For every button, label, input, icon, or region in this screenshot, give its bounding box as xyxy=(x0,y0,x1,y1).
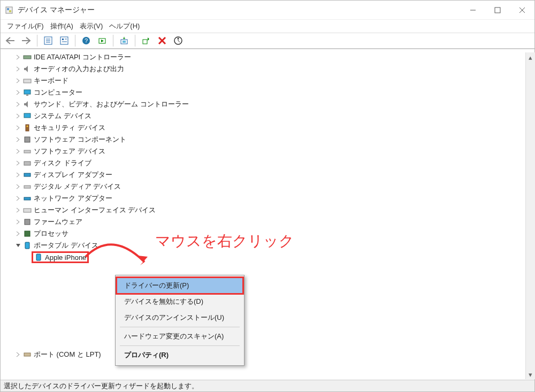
ctx-uninstall-device[interactable]: デバイスのアンインストール(U) xyxy=(117,310,243,326)
maximize-button[interactable] xyxy=(485,2,510,19)
properties-button[interactable] xyxy=(58,34,71,47)
svg-rect-2 xyxy=(9,10,11,12)
node-label: サウンド、ビデオ、およびゲーム コントローラー xyxy=(34,99,189,109)
tree-node-hid[interactable]: ヒューマン インターフェイス デバイス xyxy=(2,204,533,216)
tree-node-ports[interactable]: ポート (COM と LPT) xyxy=(2,349,533,360)
tree-node-computer[interactable]: コンピューター xyxy=(2,87,533,98)
svg-rect-11 xyxy=(60,37,68,44)
ctx-disable-device[interactable]: デバイスを無効にする(D) xyxy=(117,294,243,310)
forward-button[interactable] xyxy=(20,34,33,47)
device-tree-pane[interactable]: IDE ATA/ATAPI コントローラー オーディオの入力および出力 キーボー… xyxy=(1,49,534,380)
context-menu: ドライバーの更新(P) デバイスを無効にする(D) デバイスのアンインストール(… xyxy=(115,275,244,366)
expand-icon[interactable] xyxy=(13,231,23,236)
update-driver-button[interactable] xyxy=(118,34,131,47)
svg-rect-30 xyxy=(26,95,28,96)
expand-icon[interactable] xyxy=(13,113,23,119)
svg-rect-12 xyxy=(62,39,64,40)
svg-marker-27 xyxy=(24,66,28,72)
expand-icon[interactable] xyxy=(13,149,23,154)
svg-marker-25 xyxy=(177,37,179,39)
expand-icon[interactable] xyxy=(13,66,23,72)
menu-help[interactable]: ヘルプ(H) xyxy=(109,21,140,31)
tree-node-portable[interactable]: ポータブル デバイス xyxy=(2,240,533,251)
node-label: IDE ATA/ATAPI コントローラー xyxy=(34,52,131,62)
scan-hardware-button[interactable] xyxy=(172,34,185,47)
svg-rect-40 xyxy=(24,197,30,200)
svg-rect-45 xyxy=(36,254,41,260)
expand-icon[interactable] xyxy=(13,125,23,130)
ctx-divider xyxy=(120,327,240,327)
tree-node-ide[interactable]: IDE ATA/ATAPI コントローラー xyxy=(2,51,533,63)
device-tree: IDE ATA/ATAPI コントローラー オーディオの入力および出力 キーボー… xyxy=(1,49,534,363)
expand-icon[interactable] xyxy=(13,172,23,178)
menu-file[interactable]: ファイル(F) xyxy=(7,21,44,31)
expand-icon[interactable] xyxy=(13,78,23,83)
node-label: セキュリティ デバイス xyxy=(34,123,105,133)
tree-node-apple-iphone[interactable]: Apple iPhone xyxy=(2,251,533,263)
tree-node-disk[interactable]: ディスク ドライブ xyxy=(2,157,533,169)
scroll-down-icon[interactable]: ▾ xyxy=(526,370,535,379)
ctx-scan-hardware[interactable]: ハードウェア変更のスキャン(A) xyxy=(117,328,243,344)
tree-node-swdev[interactable]: ソフトウェア デバイス xyxy=(2,145,533,157)
window-controls xyxy=(461,2,534,19)
tree-node-audio[interactable]: オーディオの入力および出力 xyxy=(2,63,533,75)
ctx-properties[interactable]: プロパティ(R) xyxy=(117,347,243,363)
vertical-scrollbar[interactable]: ▴ ▾ xyxy=(525,52,535,379)
collapse-icon[interactable] xyxy=(13,243,23,248)
keyboard-icon xyxy=(23,76,32,85)
menu-view[interactable]: 表示(V) xyxy=(80,21,103,31)
tree-node-sound[interactable]: サウンド、ビデオ、およびゲーム コントローラー xyxy=(2,98,533,110)
svg-rect-41 xyxy=(24,209,31,212)
ctx-label: ハードウェア変更のスキャン(A) xyxy=(124,332,224,341)
gpu-icon xyxy=(23,171,32,179)
node-label: システム デバイス xyxy=(34,111,91,121)
menubar: ファイル(F) 操作(A) 表示(V) ヘルプ(H) xyxy=(1,20,534,33)
ctx-update-driver[interactable]: ドライバーの更新(P) xyxy=(117,278,243,294)
back-button[interactable] xyxy=(4,34,17,47)
scan-button[interactable] xyxy=(96,34,109,47)
scroll-up-icon[interactable]: ▴ xyxy=(526,52,535,62)
window-title: デバイス マネージャー xyxy=(18,5,461,15)
enable-device-button[interactable] xyxy=(140,34,152,47)
uninstall-device-button[interactable] xyxy=(156,34,169,47)
node-label: キーボード xyxy=(34,76,68,86)
svg-rect-1 xyxy=(7,8,9,10)
expand-icon[interactable] xyxy=(13,196,23,201)
svg-rect-26 xyxy=(24,56,31,59)
svg-text:?: ? xyxy=(85,37,88,44)
phone-icon xyxy=(34,253,43,262)
svg-rect-21 xyxy=(143,40,147,44)
expand-icon[interactable] xyxy=(13,102,23,107)
svg-rect-39 xyxy=(24,186,30,188)
tree-node-processor[interactable]: プロセッサ xyxy=(2,228,533,240)
tree-node-system[interactable]: システム デバイス xyxy=(2,110,533,122)
minimize-button[interactable] xyxy=(461,2,485,19)
tree-node-digitalmedia[interactable]: デジタル メディア デバイス xyxy=(2,181,533,193)
svg-rect-44 xyxy=(25,242,29,249)
tree-node-network[interactable]: ネットワーク アダプター xyxy=(2,193,533,204)
expand-icon[interactable] xyxy=(13,55,23,60)
node-label: ポート (COM と LPT) xyxy=(34,350,101,359)
tree-node-security[interactable]: セキュリティ デバイス xyxy=(2,122,533,134)
show-all-button[interactable] xyxy=(42,34,55,47)
expand-icon[interactable] xyxy=(13,352,23,357)
tree-node-keyboard[interactable]: キーボード xyxy=(2,75,533,87)
expand-icon[interactable] xyxy=(13,207,23,213)
svg-rect-35 xyxy=(25,137,30,142)
toolbar-divider xyxy=(75,35,75,47)
node-label: Apple iPhone xyxy=(45,253,86,262)
expand-icon[interactable] xyxy=(13,219,23,225)
tree-node-swcomp[interactable]: ソフトウェア コンポーネント xyxy=(2,134,533,145)
close-button[interactable] xyxy=(510,2,534,19)
expand-icon[interactable] xyxy=(13,184,23,189)
tree-node-display[interactable]: ディスプレイ アダプター xyxy=(2,169,533,181)
expand-icon[interactable] xyxy=(13,90,23,95)
tree-node-firmware[interactable]: ファームウェア xyxy=(2,216,533,228)
menu-action[interactable]: 操作(A) xyxy=(50,21,73,31)
help-button[interactable]: ? xyxy=(80,34,93,47)
node-label: ファームウェア xyxy=(34,217,82,227)
svg-rect-32 xyxy=(24,113,30,118)
expand-icon[interactable] xyxy=(13,160,23,166)
expand-icon[interactable] xyxy=(13,137,23,142)
toolbar-divider xyxy=(37,35,37,47)
